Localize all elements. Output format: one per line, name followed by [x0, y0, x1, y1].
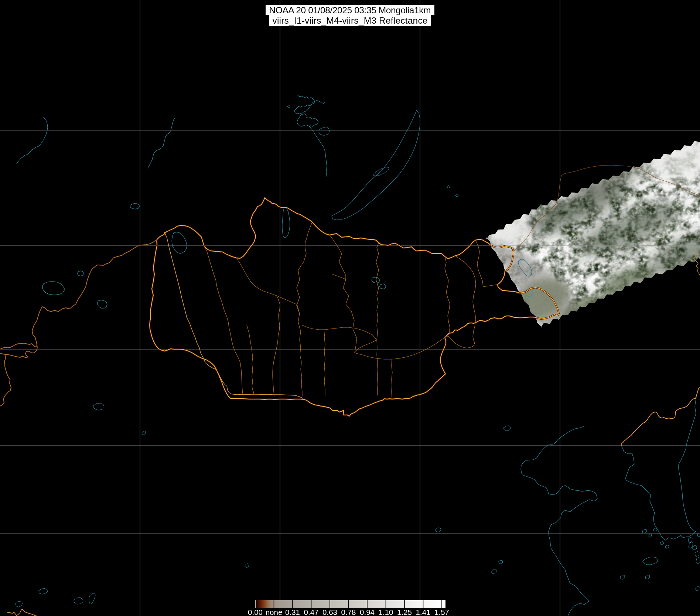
svg-text:1.25: 1.25	[397, 608, 412, 616]
svg-text:0.94: 0.94	[360, 608, 375, 616]
svg-text:0.78: 0.78	[341, 608, 356, 616]
svg-text:1.10: 1.10	[379, 608, 393, 616]
svg-text:0.31: 0.31	[285, 608, 300, 616]
svg-text:0.47: 0.47	[304, 608, 319, 616]
svg-text:0.00: 0.00	[248, 608, 263, 616]
svg-text:1.57: 1.57	[434, 608, 449, 616]
svg-text:NOAA 20 01/08/2025 03:35 Mongo: NOAA 20 01/08/2025 03:35 Mongolia1km	[269, 5, 431, 15]
svg-text:viirs_I1-viirs_M4-viirs_M3 Ref: viirs_I1-viirs_M4-viirs_M3 Reflectance	[273, 16, 428, 25]
svg-text:none: none	[266, 608, 283, 616]
svg-text:1.41: 1.41	[416, 608, 431, 616]
svg-text:0.63: 0.63	[322, 608, 337, 616]
